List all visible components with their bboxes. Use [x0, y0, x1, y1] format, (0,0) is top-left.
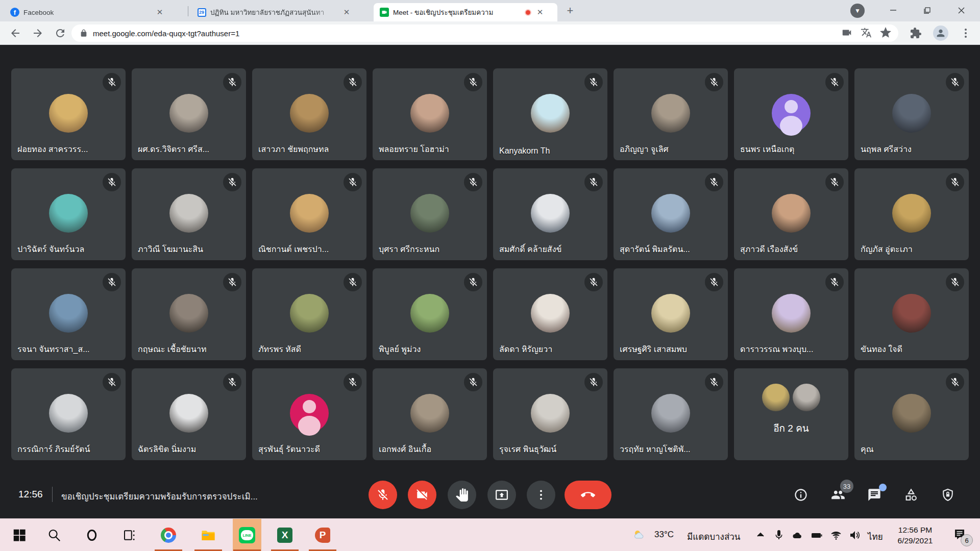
participant-tile[interactable]: เสาวภา ชัยพฤกษทล [252, 68, 366, 160]
close-window-button[interactable] [949, 0, 973, 20]
participant-name: พิบูลย์ พูม่วง [379, 343, 482, 356]
end-call-button[interactable] [565, 481, 611, 509]
browser-menu-icon[interactable] [960, 27, 972, 39]
tab-title: ปฏิทิน มหาวิทยาลัยราชภัฏสวนสุนันทา [210, 7, 338, 18]
url-text[interactable]: meet.google.com/eda-quqx-tgt?authuser=1 [93, 29, 834, 38]
participant-tile[interactable]: สุดารัตน์ พิมลรัตน... [614, 168, 728, 260]
participant-tile[interactable]: ผศ.ดร.วิจิตรา ศรีส... [132, 68, 246, 160]
participant-tile[interactable]: ดาราวรรณ พวงบุบ... [734, 268, 848, 360]
mic-off-icon [705, 73, 723, 91]
weather-icon[interactable] [631, 527, 647, 543]
participant-tile[interactable]: ปาริฉัตร์ จันทร์นวล [11, 168, 126, 260]
forward-button[interactable] [32, 27, 44, 39]
participant-tile[interactable]: สมศักดิ์ คล้ายสังข์ [493, 168, 607, 260]
participant-tile[interactable]: นฤพล ศรีสว่าง [854, 68, 969, 160]
participant-tile[interactable]: พลอยทราย โอฮาม่า [373, 68, 487, 160]
cortana-button[interactable] [78, 519, 106, 551]
chat-button[interactable] [865, 486, 884, 504]
volume-icon[interactable] [846, 527, 863, 543]
activities-button[interactable] [902, 486, 920, 504]
avatar [531, 194, 570, 233]
participant-name: Kanyakorn Th [499, 146, 602, 156]
maximize-button[interactable] [915, 0, 939, 20]
participant-tile[interactable]: ภัทรพร หัสดี [252, 268, 366, 360]
extensions-icon[interactable] [910, 27, 922, 39]
participant-tile[interactable]: สุรพันธุ์ รัตนาวะดี [252, 368, 366, 460]
mic-off-icon [464, 273, 482, 291]
participant-tile[interactable]: ฉัตรลิขิต นิ่มงาม [132, 368, 246, 460]
participant-tile[interactable]: กฤษณะ เชื้อชัยนาท [132, 268, 246, 360]
participant-tile[interactable]: เอกพงศ์ อินเกื้อ [373, 368, 487, 460]
avatar [772, 94, 811, 133]
notification-center-button[interactable]: 6 [951, 526, 968, 542]
profile-avatar[interactable] [933, 26, 948, 41]
camera-indicator-icon[interactable] [841, 27, 853, 39]
participant-tile[interactable]: กรรณิการ์ ภิรมย์รัตน์ [11, 368, 126, 460]
mic-off-icon [584, 373, 603, 391]
participant-tile[interactable]: รจนา จันทราสา_ส... [11, 268, 126, 360]
people-button[interactable]: 33 [829, 486, 847, 504]
participant-tile[interactable]: สุภาวดี เรืองสังข์ [734, 168, 848, 260]
tray-mic-icon[interactable] [771, 527, 787, 543]
tray-chevron-icon[interactable] [752, 527, 769, 543]
participant-tile[interactable]: ธนพร เหนือเกตุ [734, 68, 848, 160]
participant-tile[interactable]: พิบูลย์ พูม่วง [373, 268, 487, 360]
participant-tile[interactable]: รุจเรศ พินธุวัฒน์ [493, 368, 607, 460]
tab-close-icon[interactable]: ✕ [155, 8, 164, 17]
line-taskbar-button[interactable]: LINE [233, 519, 261, 551]
participant-tile[interactable]: ขันทอง ใจดี [854, 268, 969, 360]
onedrive-icon[interactable] [789, 527, 805, 543]
participant-tile[interactable]: เศรษฐศิริ เสาสมพบ [614, 268, 728, 360]
back-button[interactable] [9, 27, 21, 39]
mic-toggle-button[interactable] [369, 481, 397, 509]
present-button[interactable] [487, 481, 516, 509]
explorer-taskbar-button[interactable] [194, 519, 223, 551]
search-button[interactable] [40, 519, 68, 551]
language-indicator[interactable]: ไทย [868, 530, 883, 543]
participant-tile[interactable]: วรฤทัย หาญโชติพั... [614, 368, 728, 460]
browser-caret-button[interactable]: ▼ [850, 4, 865, 18]
avatar [49, 394, 88, 433]
battery-icon[interactable] [808, 527, 825, 543]
chrome-taskbar-button[interactable] [154, 519, 183, 551]
host-controls-button[interactable] [939, 486, 957, 504]
participant-tile[interactable]: ณิชกานต์ เพชรปา... [252, 168, 366, 260]
new-tab-button[interactable]: + [562, 4, 578, 18]
browser-tab[interactable]: Meet - ขอเชิญประชุมเตรียมความ✕ [374, 3, 557, 21]
participant-tile[interactable]: ภาวิณี โฆมานะสิน [132, 168, 246, 260]
tab-close-icon[interactable]: ✕ [342, 8, 351, 17]
participant-tile[interactable]: คุณ [854, 368, 969, 460]
start-button[interactable] [5, 519, 34, 551]
minimize-button[interactable] [881, 0, 905, 20]
wifi-icon[interactable] [828, 527, 844, 543]
tab-close-icon[interactable]: ✕ [535, 8, 545, 17]
more-options-button[interactable] [527, 481, 555, 509]
translate-icon[interactable] [861, 27, 873, 39]
participant-name: รุจเรศ พินธุวัฒน์ [499, 443, 602, 456]
powerpoint-taskbar-button[interactable]: P [308, 519, 337, 551]
camera-toggle-button[interactable] [408, 481, 436, 509]
mic-off-icon [464, 173, 482, 191]
info-button[interactable] [792, 486, 810, 504]
participant-tile[interactable]: อีก 2 คน [734, 368, 848, 460]
participant-name: ณิชกานต์ เพชรปา... [258, 243, 361, 256]
participant-tile[interactable]: ลัดดา หิรัญยวา [493, 268, 607, 360]
browser-tab[interactable]: fFacebook✕ [4, 3, 184, 21]
participant-tile[interactable]: กัญภัส อู่ตะเภา [854, 168, 969, 260]
participant-tile[interactable]: บุศรา ศรีกระหนก [373, 168, 487, 260]
bookmark-star-icon[interactable] [880, 27, 892, 39]
browser-tab[interactable]: 29ปฏิทิน มหาวิทยาลัยราชภัฏสวนสุนันทา✕ [191, 3, 371, 21]
omnibox[interactable]: meet.google.com/eda-quqx-tgt?authuser=1 [71, 24, 898, 42]
participant-tile[interactable]: ฝอยทอง สาครวรร... [11, 68, 126, 160]
raise-hand-button[interactable] [448, 481, 476, 509]
avatar [651, 294, 690, 333]
reload-button[interactable] [54, 27, 66, 39]
participant-tile[interactable]: อภิญญา จูเลิศ [614, 68, 728, 160]
tray-clock[interactable]: 12:56 PM 6/29/2021 [887, 524, 943, 546]
temperature[interactable]: 33°C [654, 530, 674, 540]
excel-taskbar-button[interactable]: X [271, 519, 299, 551]
task-view-button[interactable] [115, 519, 144, 551]
mic-off-icon [223, 273, 241, 291]
weather-text[interactable]: มีแดดบางส่วน [687, 530, 740, 543]
participant-tile[interactable]: Kanyakorn Th [493, 68, 607, 160]
